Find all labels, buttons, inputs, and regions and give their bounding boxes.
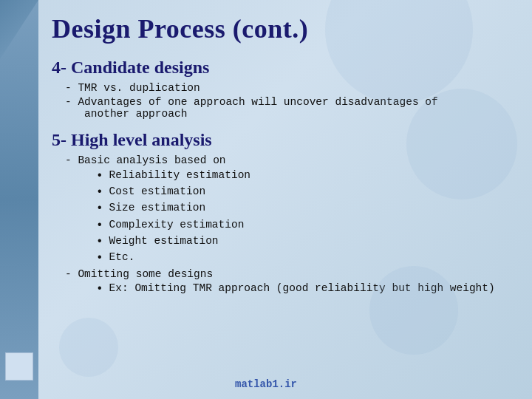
bullet-item-4: • Complexity estimation — [96, 219, 510, 233]
bullet-text-2: Cost estimation — [109, 185, 206, 197]
bullet-dot-3: • — [96, 202, 103, 216]
bullet-item-5: • Weight estimation — [96, 235, 510, 249]
bullet-dot-5: • — [96, 235, 103, 249]
bullet-text-6: Etc. — [109, 251, 135, 263]
omitting-dot: • — [96, 282, 103, 296]
bullet-text-5: Weight estimation — [109, 235, 219, 247]
left-bar — [0, 0, 38, 399]
bullet-text-4: Complexity estimation — [109, 219, 245, 231]
bullet-item-3: • Size estimation — [96, 202, 510, 216]
bullet-dot-2: • — [96, 185, 103, 200]
bullet-item-6: • Etc. — [96, 251, 510, 265]
left-bar-square — [5, 352, 33, 381]
footer: matlab1.ir — [0, 378, 532, 390]
bullet-dot-6: • — [96, 251, 103, 265]
slide-container: Design Process (cont.) 4- Candidate desi… — [0, 0, 532, 399]
bullet-dot-4: • — [96, 219, 103, 233]
bullet-dot-1: • — [96, 169, 103, 183]
bullet-text-1: Reliability estimation — [109, 169, 250, 181]
bullet-text-3: Size estimation — [109, 202, 206, 214]
